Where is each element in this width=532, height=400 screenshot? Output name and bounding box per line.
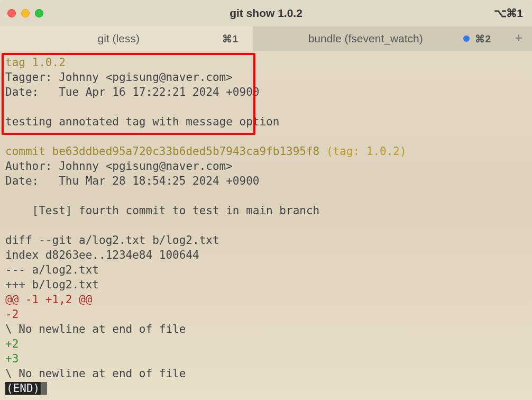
diff-index-line: index d8263ee..1234e84 100644 <box>5 249 199 261</box>
commit-line: commit be63ddbed95a720c33b6ded5b7943ca9f… <box>5 145 407 158</box>
close-icon[interactable] <box>7 9 16 17</box>
tag-line: tag 1.0.2 <box>5 56 66 69</box>
tab-shortcut: ⌘1 <box>222 33 238 45</box>
tab-bundle[interactable]: bundle (fsevent_watch) ⌘2 <box>253 26 506 51</box>
tag-date-line: Date: Tue Apr 16 17:22:21 2024 +0900 <box>5 86 259 98</box>
diff-header-line: diff --git a/log2.txt b/log2.txt <box>5 234 219 247</box>
commit-message-line: [Test] fourth commit to test in main bra… <box>5 204 319 217</box>
tag-message-line: testing annotated tag with message optio… <box>5 115 279 128</box>
added-line: +3 <box>5 352 19 365</box>
removed-line: -2 <box>5 308 19 321</box>
plus-icon: + <box>515 30 522 46</box>
window-title: git show 1.0.2 <box>230 7 302 20</box>
diff-minus-file: --- a/log2.txt <box>5 263 99 276</box>
terminal-text: tag 1.0.2 Tagger: Johnny <pgisung@naver.… <box>5 55 527 396</box>
titlebar: git show 1.0.2 ⌥⌘1 <box>0 0 532 26</box>
window-shortcut-badge: ⌥⌘1 <box>494 7 522 20</box>
minimize-icon[interactable] <box>21 9 30 17</box>
tab-shortcut: ⌘2 <box>463 33 491 45</box>
diff-plus-file: +++ b/log2.txt <box>5 278 99 291</box>
cursor-icon <box>41 382 47 395</box>
tab-label: git (less) <box>15 32 222 45</box>
author-line: Author: Johnny <pgisung@naver.com> <box>5 160 233 172</box>
tab-git[interactable]: git (less) ⌘1 <box>0 26 253 51</box>
no-newline-line: \ No newline at end of file <box>5 367 186 380</box>
new-tab-button[interactable]: + <box>506 26 532 51</box>
no-newline-line: \ No newline at end of file <box>5 323 186 335</box>
added-line: +2 <box>5 338 19 350</box>
activity-indicator-icon <box>463 35 470 42</box>
traffic-lights <box>7 9 43 17</box>
commit-date-line: Date: Thu Mar 28 18:54:25 2024 +0900 <box>5 175 259 187</box>
hunk-header: @@ -1 +1,2 @@ <box>5 293 92 306</box>
tabbar: git (less) ⌘1 bundle (fsevent_watch) ⌘2 … <box>0 26 532 51</box>
tab-label: bundle (fsevent_watch) <box>268 32 463 45</box>
fullscreen-icon[interactable] <box>35 9 43 17</box>
pager-end-marker: (END) <box>5 382 41 395</box>
tagger-line: Tagger: Johnny <pgisung@naver.com> <box>5 71 233 84</box>
terminal-output[interactable]: tag 1.0.2 Tagger: Johnny <pgisung@naver.… <box>0 51 532 400</box>
